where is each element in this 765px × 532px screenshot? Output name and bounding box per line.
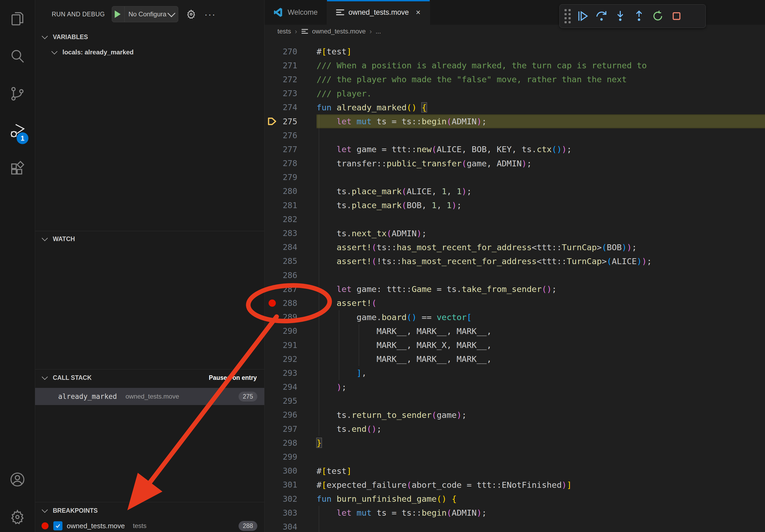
stop-button[interactable]	[667, 7, 686, 25]
gutter[interactable]: 292	[265, 352, 317, 366]
breakpoint-gutter[interactable]	[265, 240, 280, 254]
breakpoint-gutter[interactable]	[265, 170, 280, 184]
code-text[interactable]: let mut ts = ts::begin(ADMIN);	[317, 506, 765, 520]
code-text[interactable]: /// player.	[317, 87, 765, 101]
breakpoint-dot[interactable]	[265, 296, 280, 310]
breakpoint-gutter[interactable]	[265, 212, 280, 226]
code-text[interactable]	[317, 520, 765, 532]
sidebar-item-explorer[interactable]	[0, 5, 35, 33]
breakpoint-gutter[interactable]	[265, 380, 280, 394]
breakpoint-gutter[interactable]	[265, 464, 280, 478]
code-text[interactable]: /// When a position is already marked, t…	[317, 58, 765, 72]
gutter[interactable]: 275	[265, 115, 317, 128]
sidebar-item-run-and-debug[interactable]: 1	[0, 117, 35, 145]
breadcrumb-symbol[interactable]: ...	[376, 28, 381, 35]
gutter[interactable]: 276	[265, 128, 317, 142]
breakpoint-gutter[interactable]	[265, 72, 280, 86]
breakpoint-gutter[interactable]	[265, 352, 280, 366]
gutter[interactable]: 274	[265, 101, 317, 115]
code-text[interactable]: assert!(ts::has_most_recent_for_address<…	[317, 240, 765, 254]
code-text[interactable]: #[test]	[317, 464, 765, 478]
gutter[interactable]: 280	[265, 184, 317, 198]
code-text[interactable]	[317, 268, 765, 282]
gutter[interactable]: 287	[265, 282, 317, 296]
gutter[interactable]: 295	[265, 394, 317, 408]
gutter[interactable]: 303	[265, 506, 317, 520]
breakpoint-gutter[interactable]	[265, 142, 280, 156]
code-text[interactable]	[317, 170, 765, 184]
code-text[interactable]: transfer::public_transfer(game, ADMIN);	[317, 156, 765, 170]
gutter[interactable]: 278	[265, 156, 317, 170]
breakpoint-gutter[interactable]	[265, 520, 280, 532]
start-debug-icon[interactable]	[115, 10, 121, 18]
breakpoint-gutter[interactable]	[265, 450, 280, 464]
code-editor[interactable]: 270#[test]271/// When a position is alre…	[265, 38, 765, 532]
launch-config-dropdown[interactable]: No Configura	[112, 6, 178, 22]
breadcrumb-file[interactable]: owned_tests.move	[312, 28, 366, 35]
breakpoint-gutter[interactable]	[265, 310, 280, 324]
section-call-stack[interactable]: CALL STACK Paused on entry	[35, 371, 264, 385]
gutter[interactable]: 304	[265, 520, 317, 532]
breadcrumb-folder[interactable]: tests	[278, 28, 291, 35]
code-text[interactable]: MARK__, MARK_X, MARK__,	[317, 338, 765, 352]
gutter[interactable]: 293	[265, 366, 317, 380]
gutter[interactable]: 270	[265, 45, 317, 58]
breakpoint-gutter[interactable]	[265, 282, 280, 296]
breakpoint-gutter[interactable]	[265, 156, 280, 170]
sidebar-item-extensions[interactable]	[0, 155, 35, 183]
gutter[interactable]: 284	[265, 240, 317, 254]
sidebar-item-search[interactable]	[0, 42, 35, 70]
gutter[interactable]: 302	[265, 492, 317, 506]
account-button[interactable]	[0, 465, 35, 493]
breakpoint-gutter[interactable]	[265, 366, 280, 380]
tab-owned-tests[interactable]: owned_tests.move ×	[327, 0, 430, 25]
breakpoint-gutter[interactable]	[265, 324, 280, 338]
code-text[interactable]: let game = ttt::new(ALICE, BOB, KEY, ts.…	[317, 142, 765, 156]
gutter[interactable]: 296	[265, 408, 317, 422]
call-stack-frame[interactable]: already_marked owned_tests.move 275	[35, 388, 264, 405]
breakpoint-gutter[interactable]	[265, 422, 280, 436]
code-text[interactable]: );	[317, 380, 765, 394]
code-text[interactable]	[317, 450, 765, 464]
section-watch[interactable]: WATCH	[35, 232, 264, 246]
breakpoint-gutter[interactable]	[265, 394, 280, 408]
gutter[interactable]: 289	[265, 310, 317, 324]
gutter[interactable]: 271	[265, 58, 317, 72]
breakpoint-gutter[interactable]	[265, 436, 280, 450]
code-text[interactable]: #[test]	[317, 45, 765, 58]
close-icon[interactable]: ×	[416, 8, 420, 17]
gutter[interactable]: 279	[265, 170, 317, 184]
code-text[interactable]: let mut ts = ts::begin(ADMIN);	[317, 115, 765, 128]
breakpoint-list-item[interactable]: owned_tests.move tests 288	[35, 519, 264, 532]
variables-locals-row[interactable]: locals: already_marked	[35, 45, 264, 60]
breakpoint-gutter[interactable]	[265, 268, 280, 282]
gutter[interactable]: 290	[265, 324, 317, 338]
breakpoint-gutter[interactable]	[265, 198, 280, 212]
continue-button[interactable]	[573, 7, 592, 25]
breakpoint-gutter[interactable]	[265, 408, 280, 422]
code-text[interactable]: game.board() == vector[	[317, 310, 765, 324]
breakpoint-gutter[interactable]	[265, 101, 280, 115]
breakpoint-gutter[interactable]	[265, 338, 280, 352]
breakpoint-gutter[interactable]	[265, 87, 280, 101]
gutter[interactable]: 298	[265, 436, 317, 450]
code-text[interactable]	[317, 128, 765, 142]
gutter[interactable]: 294	[265, 380, 317, 394]
gutter[interactable]: 277	[265, 142, 317, 156]
gutter[interactable]: 272	[265, 72, 317, 86]
code-text[interactable]: fun already_marked() {	[317, 101, 765, 115]
code-text[interactable]: fun burn_unfinished_game() {	[317, 492, 765, 506]
gutter[interactable]: 300	[265, 464, 317, 478]
section-breakpoints[interactable]: BREAKPOINTS	[35, 504, 264, 518]
breakpoint-gutter[interactable]	[265, 45, 280, 58]
gutter[interactable]: 281	[265, 198, 317, 212]
code-text[interactable]: ts.end();	[317, 422, 765, 436]
code-text[interactable]	[317, 394, 765, 408]
breakpoint-gutter[interactable]	[265, 254, 280, 268]
code-text[interactable]	[317, 212, 765, 226]
step-over-button[interactable]	[592, 7, 611, 25]
section-variables[interactable]: VARIABLES	[35, 30, 264, 44]
code-text[interactable]: MARK__, MARK__, MARK__,	[317, 324, 765, 338]
gutter[interactable]: 286	[265, 268, 317, 282]
breakpoint-gutter[interactable]	[265, 226, 280, 240]
